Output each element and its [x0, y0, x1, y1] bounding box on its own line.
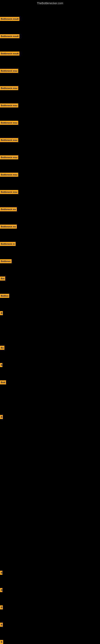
site-title: TheBottlenecker.com: [0, 0, 100, 6]
bottleneck-badge[interactable]: Bottleneck result: [0, 34, 19, 38]
bottleneck-badge[interactable]: Bottleneck resu: [0, 69, 18, 73]
bottleneck-badge[interactable]: Bottlenec: [0, 259, 12, 263]
bottleneck-row: B: [0, 623, 3, 627]
bottleneck-badge[interactable]: B: [0, 605, 3, 610]
bottleneck-row: Bottleneck result: [0, 52, 19, 56]
bottleneck-row: B: [0, 311, 3, 315]
bottleneck-badge[interactable]: Bottleneck resu: [0, 121, 18, 125]
bottleneck-badge[interactable]: Bottleneck resu: [0, 155, 18, 160]
bottleneck-row: Bottleneck resu: [0, 190, 18, 194]
bottleneck-row: Bottleneck resu: [0, 86, 18, 90]
bottleneck-badge[interactable]: Bo: [0, 346, 4, 350]
bottleneck-row: Bottleneck re: [0, 242, 16, 246]
bottleneck-badge[interactable]: Bottleneck res: [0, 207, 17, 211]
bottleneck-badge[interactable]: B: [0, 623, 3, 627]
bottleneck-row: B: [0, 605, 3, 610]
bottleneck-row: Bott: [0, 380, 6, 384]
bottleneck-badge[interactable]: B: [0, 415, 3, 419]
bottleneck-row: Bottleneck resu: [0, 104, 18, 108]
bottleneck-badge[interactable]: Bottleneck res: [0, 224, 17, 228]
bottleneck-row: B: [0, 640, 3, 644]
bottleneck-row: Bottleneck res: [0, 207, 17, 211]
bottleneck-badge[interactable]: Bottleneck resu: [0, 86, 18, 90]
bottleneck-badge[interactable]: B: [0, 588, 2, 592]
bottleneck-badge[interactable]: Bottleneck result: [0, 17, 19, 21]
bottleneck-badge[interactable]: B: [0, 311, 3, 315]
bottleneck-badge[interactable]: Bottlen: [0, 294, 9, 298]
bottleneck-badge[interactable]: B: [0, 363, 2, 367]
bottleneck-row: B: [0, 363, 2, 367]
bottleneck-row: Bottleneck resu: [0, 155, 18, 160]
bottleneck-badge[interactable]: Bottleneck result: [0, 52, 19, 56]
bottleneck-badge[interactable]: Bottleneck resu: [0, 173, 18, 177]
bottleneck-badge[interactable]: Bottleneck resu: [0, 104, 18, 108]
site-header: TheBottlenecker.com: [0, 0, 100, 6]
bottleneck-row: Bottleneck res: [0, 224, 17, 228]
bottleneck-row: Bottleneck resu: [0, 173, 18, 177]
bottleneck-badge[interactable]: B: [0, 640, 3, 644]
bottleneck-row: Bottleneck resu: [0, 138, 18, 142]
bottleneck-row: B: [0, 415, 3, 419]
bottleneck-badge[interactable]: Bottleneck re: [0, 242, 16, 246]
bottleneck-row: Bottlen: [0, 294, 9, 298]
bottleneck-badge[interactable]: Bottleneck resu: [0, 138, 18, 142]
bottleneck-badge[interactable]: Bott: [0, 380, 6, 384]
bottleneck-row: Bottleneck resu: [0, 69, 18, 73]
bottleneck-row: Bottleneck result: [0, 34, 19, 38]
rows-container: Bottleneck resultBottleneck resultBottle…: [0, 6, 100, 644]
bottleneck-row: Bot: [0, 276, 5, 280]
bottleneck-row: B: [0, 588, 2, 592]
bottleneck-row: Bo: [0, 346, 4, 350]
bottleneck-row: Bottleneck result: [0, 17, 19, 21]
bottleneck-badge[interactable]: Bottleneck resu: [0, 190, 18, 194]
bottleneck-row: Bottlenec: [0, 259, 12, 263]
bottleneck-badge[interactable]: Bot: [0, 276, 5, 280]
bottleneck-row: Bottleneck resu: [0, 121, 18, 125]
bottleneck-row: B: [0, 571, 2, 575]
bottleneck-badge[interactable]: B: [0, 571, 2, 575]
